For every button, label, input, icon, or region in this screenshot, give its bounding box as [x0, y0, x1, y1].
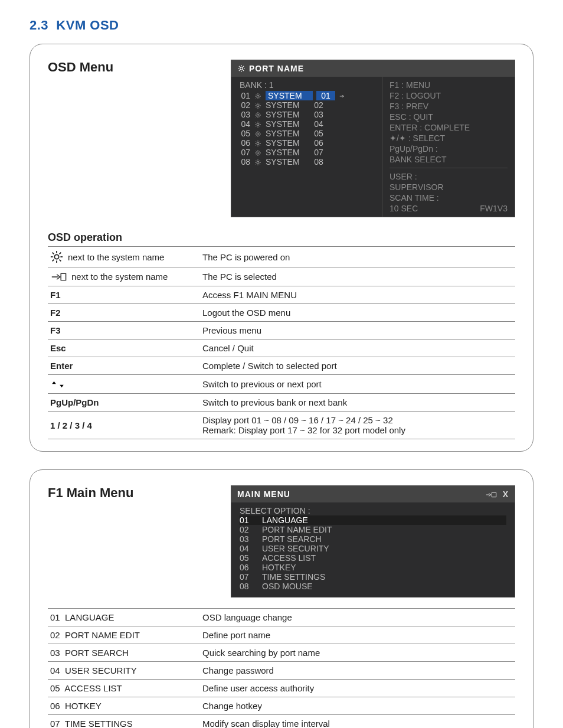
section-title: KVM OSD [56, 18, 119, 32]
desc-num: 03 [50, 648, 60, 658]
menu-item-label: HOTKEY [262, 563, 296, 572]
panel-f1-menu: F1 Main Menu MAIN MENU X SELECT OPTION :… [30, 469, 533, 728]
sun-icon [50, 250, 63, 263]
svg-line-8 [243, 66, 244, 67]
osd-operation-table: next to the system nameThe PC is powered… [48, 246, 515, 439]
table-row: 02 PORT NAME EDITDefine port name [48, 626, 515, 644]
svg-line-78 [260, 164, 260, 164]
svg-line-44 [260, 122, 260, 123]
menu-item: 01LANGUAGE [240, 515, 506, 525]
op-desc: Access F1 MAIN MENU [200, 286, 515, 304]
desc-text: Define port name [200, 626, 515, 644]
menu-item-label: PORT SEARCH [262, 534, 322, 544]
svg-line-32 [256, 113, 257, 113]
port-name: SYSTEM [266, 129, 308, 138]
menu-item-num: 06 [240, 563, 253, 572]
menu-item: 06HOTKEY [240, 563, 506, 572]
menu-item-num: 02 [240, 525, 253, 534]
table-row: Switch to previous or next port [48, 375, 515, 394]
osd-header: PORT NAME [231, 60, 515, 77]
op-key: Enter [50, 361, 73, 371]
port-right-num: 07 [312, 148, 326, 157]
svg-line-61 [256, 145, 257, 145]
op-desc: Previous menu [200, 322, 515, 339]
table-row: PgUp/PgDnSwitch to previous bank or next… [48, 394, 515, 412]
desc-num: 07 [50, 719, 60, 728]
menu-item-label: OSD MOUSE [262, 582, 313, 591]
help-bank: BANK SELECT [389, 155, 508, 164]
menu-item: 05ACCESS LIST [240, 553, 506, 563]
port-right-num: 06 [312, 138, 326, 148]
port-row: 08SYSTEM08 [240, 157, 374, 167]
sun-icon [254, 148, 262, 156]
svg-line-24 [260, 107, 260, 107]
port-name: SYSTEM [266, 100, 308, 110]
menu-item-num: 03 [240, 534, 253, 544]
help-f1: F1 : MENU [389, 80, 508, 90]
section-number: 2.3 [30, 18, 48, 32]
desc-num: 01 [50, 612, 60, 622]
svg-line-7 [239, 70, 240, 71]
sun-icon [254, 158, 262, 165]
svg-point-81 [54, 254, 58, 259]
desc-text: Define user access authority [200, 680, 515, 697]
menu-item: 03PORT SEARCH [240, 534, 506, 544]
port-name: SYSTEM [266, 157, 308, 167]
sun-icon [254, 110, 262, 118]
help-fw: FW1V3 [480, 204, 508, 213]
f1-menu-title: F1 Main Menu [48, 485, 231, 501]
desc-key: HOTKEY [65, 701, 102, 711]
help-scansec: 10 SEC [389, 204, 418, 213]
osd-port-list: BANK : 1 01SYSTEM0102SYSTEM0203SYSTEM030… [231, 77, 382, 217]
port-num: 03 [240, 110, 250, 119]
svg-line-87 [60, 260, 61, 262]
port-right-num: 04 [312, 119, 326, 129]
port-num: 07 [240, 148, 250, 157]
port-row: 06SYSTEM06 [240, 138, 374, 148]
svg-line-26 [260, 103, 260, 104]
svg-line-25 [256, 107, 257, 107]
menu-item-num: 07 [240, 572, 253, 582]
help-pgup: PgUp/PgDn : [389, 144, 508, 154]
svg-line-52 [256, 135, 257, 136]
svg-point-63 [257, 152, 259, 154]
osd-menu-title: OSD Menu [48, 60, 231, 75]
port-name: SYSTEM [266, 91, 313, 100]
port-name: SYSTEM [266, 148, 308, 157]
svg-line-23 [256, 103, 257, 104]
svg-line-69 [260, 154, 260, 155]
desc-key: TIME SETTINGS [65, 719, 133, 728]
svg-line-50 [256, 132, 257, 132]
port-right-num: 01 [316, 91, 335, 100]
menu-item: 08OSD MOUSE [240, 582, 506, 591]
table-row: EnterComplete / Switch to selected port [48, 357, 515, 375]
menu-item-label: TIME SETTINGS [262, 572, 325, 582]
table-row: 04 USER SECURITYChange password [48, 662, 515, 680]
svg-line-88 [53, 260, 54, 262]
menu-item: 07TIME SETTINGS [240, 572, 506, 582]
op-desc: Switch to previous bank or next bank [200, 394, 515, 412]
port-row: 07SYSTEM07 [240, 148, 374, 157]
table-row: 07 TIME SETTINGSModify scan display time… [48, 715, 515, 728]
desc-key: LANGUAGE [65, 612, 114, 622]
sun-icon [254, 101, 262, 109]
osd-operation-title: OSD operation [48, 231, 515, 244]
port-num: 04 [240, 119, 250, 129]
table-row: F1Access F1 MAIN MENU [48, 286, 515, 304]
desc-num: 04 [50, 665, 60, 675]
port-num: 01 [240, 91, 250, 100]
help-scantime: SCAN TIME : [389, 193, 508, 203]
svg-line-86 [53, 253, 54, 254]
svg-line-60 [260, 145, 260, 145]
menu-item-num: 05 [240, 553, 253, 563]
svg-line-71 [260, 151, 260, 151]
svg-line-41 [256, 122, 257, 123]
svg-point-36 [257, 123, 259, 126]
osd-screen: PORT NAME BANK : 1 01SYSTEM0102SYSTEM020… [231, 60, 515, 217]
op-desc: The PC is powered on [200, 247, 515, 267]
port-name: SYSTEM [266, 119, 308, 129]
main-menu-screen: MAIN MENU X SELECT OPTION : 01LANGUAGE02… [231, 485, 515, 598]
svg-line-42 [260, 126, 260, 126]
f1-desc-table: 01 LANGUAGEOSD language change02 PORT NA… [48, 608, 515, 728]
op-key: PgUp/PgDn [50, 397, 99, 407]
